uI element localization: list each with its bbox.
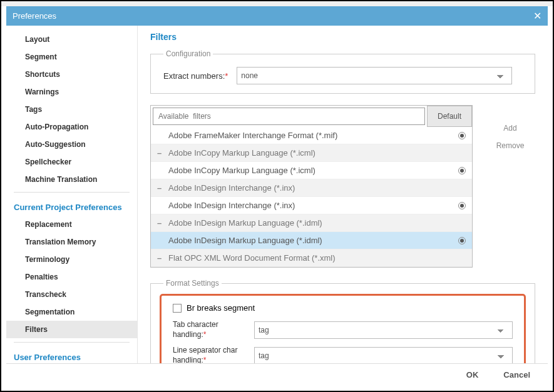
sidebar-item[interactable]: Spellchecker — [6, 153, 137, 171]
sidebar-item[interactable]: Segment — [6, 48, 137, 66]
collapse-icon[interactable]: – — [157, 148, 168, 158]
filter-radio[interactable] — [458, 237, 466, 244]
highlight-box: Br breaks segment Tab character handling… — [160, 294, 526, 363]
remove-button[interactable]: Remove — [485, 141, 535, 150]
tab-handling-label: Tab character handling:* — [173, 320, 242, 339]
filter-label: Adobe InCopy Markup Language (*.icml) — [168, 166, 458, 175]
sidebar-item[interactable]: Translation Memory — [6, 233, 137, 251]
sidebar-item[interactable]: Replacement — [6, 216, 137, 233]
sidebar-item[interactable]: Layout — [6, 31, 137, 48]
filter-row[interactable]: Adobe InDesign Markup Language (*.idml) — [151, 232, 472, 249]
filter-label: Adobe InDesign Markup Language (*.idml) — [168, 236, 458, 245]
line-sep-select[interactable]: tag — [254, 347, 513, 363]
content-panel: Filters Configuration Extract numbers:* … — [138, 26, 548, 363]
format-settings-legend: Format Settings — [163, 279, 222, 288]
sidebar-item[interactable]: Auto-Suggestion — [6, 136, 137, 153]
sidebar-item[interactable]: Terminology — [6, 251, 137, 268]
extract-numbers-label: Extract numbers:* — [163, 71, 228, 81]
filter-row[interactable]: Adobe InCopy Markup Language (*.icml) — [151, 162, 472, 179]
filter-row[interactable]: Adobe InDesign Interchange (*.inx) — [151, 197, 472, 214]
filter-row[interactable]: –Adobe InCopy Markup Language (*.icml) — [151, 144, 472, 162]
filter-radio[interactable] — [458, 202, 466, 209]
sidebar-item[interactable]: Shortcuts — [6, 66, 137, 83]
configuration-fieldset: Configuration Extract numbers:* none — [150, 49, 535, 94]
sidebar-item[interactable]: Warnings — [6, 83, 137, 101]
filter-radio[interactable] — [458, 167, 466, 174]
sidebar-item[interactable]: Transcheck — [6, 286, 137, 303]
sidebar-item[interactable]: Penalties — [6, 268, 137, 286]
collapse-icon[interactable]: – — [157, 253, 168, 263]
user-prefs-section: User Preferences — [6, 346, 137, 363]
collapse-icon[interactable]: – — [157, 183, 168, 193]
panel-title: Filters — [150, 32, 535, 42]
filter-label: Adobe InCopy Markup Language (*.icml) — [168, 148, 466, 158]
add-button[interactable]: Add — [485, 124, 535, 133]
br-breaks-label: Br breaks segment — [187, 303, 255, 313]
filter-label: Adobe InDesign Interchange (*.inx) — [168, 183, 466, 193]
line-sep-label: Line separator char handling:* — [173, 346, 242, 363]
cancel-button[interactable]: Cancel — [503, 370, 530, 379]
filter-row[interactable]: –Adobe InDesign Interchange (*.inx) — [151, 179, 472, 197]
filter-radio[interactable] — [458, 132, 466, 139]
filter-row[interactable]: –Flat OPC XML Word Document Format (*.xm… — [151, 249, 472, 267]
sidebar-item[interactable]: Machine Translation — [6, 171, 137, 188]
dialog-footer: OK Cancel — [6, 363, 548, 386]
format-settings-fieldset: Format Settings Br breaks segment Tab ch… — [150, 279, 535, 363]
filter-search-input[interactable] — [153, 108, 425, 125]
filter-label: Adobe InDesign Interchange (*.inx) — [168, 201, 458, 210]
sidebar-item[interactable]: Auto-Propagation — [6, 118, 137, 136]
project-prefs-section: Current Project Preferences — [6, 196, 137, 216]
sidebar-item[interactable]: Tags — [6, 101, 137, 118]
sidebar-item[interactable]: Filters — [6, 321, 137, 338]
collapse-icon[interactable]: – — [157, 218, 168, 228]
ok-button[interactable]: OK — [466, 370, 479, 379]
filter-label: Adobe InDesign Markup Language (*.idml) — [168, 218, 466, 228]
sidebar-item[interactable]: Segmentation — [6, 303, 137, 321]
dialog-title: Preferences — [13, 11, 56, 21]
titlebar: Preferences ✕ — [6, 6, 548, 26]
filter-row[interactable]: –Adobe InDesign Markup Language (*.idml) — [151, 214, 472, 232]
filter-table: Default Adobe FrameMaker Interchange For… — [150, 105, 473, 268]
default-button[interactable]: Default — [427, 106, 472, 127]
close-icon[interactable]: ✕ — [533, 10, 541, 22]
filter-row[interactable]: Adobe FrameMaker Interchange Format (*.m… — [151, 127, 472, 144]
br-breaks-checkbox[interactable] — [173, 304, 182, 313]
configuration-legend: Configuration — [163, 49, 213, 58]
filter-label: Adobe FrameMaker Interchange Format (*.m… — [168, 131, 458, 140]
preferences-dialog: Preferences ✕ LayoutSegmentShortcutsWarn… — [6, 6, 548, 386]
sidebar: LayoutSegmentShortcutsWarningsTagsAuto-P… — [6, 26, 138, 363]
tab-handling-select[interactable]: tag — [254, 321, 513, 339]
filter-label: Flat OPC XML Word Document Format (*.xml… — [168, 253, 466, 263]
extract-numbers-select[interactable]: none — [237, 67, 512, 84]
